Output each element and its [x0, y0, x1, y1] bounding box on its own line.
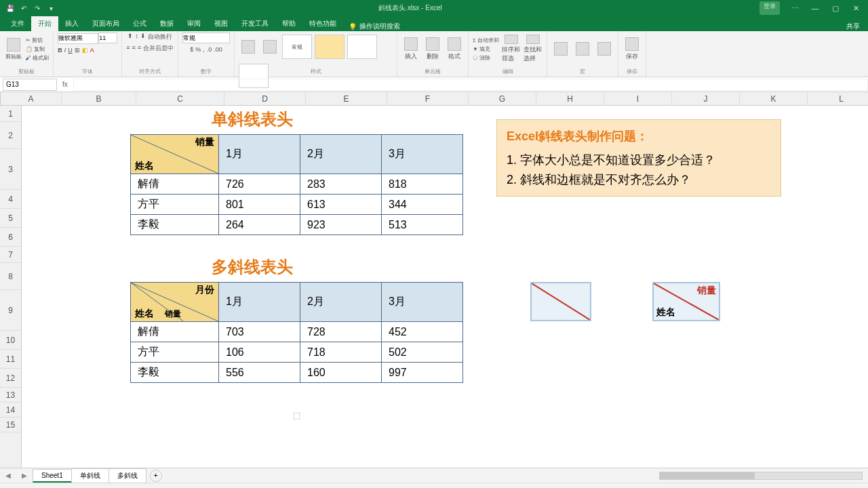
- align-left-icon[interactable]: ≡: [126, 44, 130, 53]
- cell-style-normal[interactable]: 常规: [282, 35, 312, 59]
- redo-icon[interactable]: ↷: [33, 3, 42, 13]
- row-header-15[interactable]: 15: [0, 418, 21, 432]
- bold-icon[interactable]: B: [58, 47, 62, 54]
- share-button[interactable]: 共享: [846, 22, 868, 31]
- cell-style-3[interactable]: [347, 35, 377, 59]
- screenshot-button[interactable]: [573, 35, 592, 63]
- wrap-text-button[interactable]: 自动换行: [148, 33, 172, 41]
- maximize-icon[interactable]: ▢: [826, 1, 845, 15]
- tab-help[interactable]: 帮助: [275, 16, 302, 31]
- fill-color-icon[interactable]: ◧: [82, 47, 88, 54]
- format-cells-button[interactable]: 格式: [445, 35, 464, 63]
- cond-format-button[interactable]: [239, 33, 258, 61]
- formula-bar[interactable]: [73, 79, 868, 91]
- shape-diagonal-empty[interactable]: [530, 282, 591, 321]
- sheet-nav-next-icon[interactable]: ▶: [16, 472, 33, 479]
- col-header-A[interactable]: A: [1, 92, 62, 105]
- row-header-13[interactable]: 13: [0, 388, 21, 403]
- name-cell[interactable]: 李毅: [131, 215, 219, 235]
- align-top-icon[interactable]: ⬆: [127, 33, 133, 41]
- font-name-input[interactable]: [58, 33, 98, 44]
- paste-button[interactable]: 剪贴板: [4, 35, 23, 63]
- col-header-K[interactable]: K: [740, 92, 808, 105]
- format-table-button[interactable]: [260, 33, 279, 61]
- col-header-F[interactable]: F: [387, 92, 469, 105]
- new-sheet-button[interactable]: +: [150, 470, 162, 482]
- sheet-tab-2[interactable]: 单斜线: [71, 468, 109, 483]
- row-header-11[interactable]: 11: [0, 350, 21, 369]
- tab-data[interactable]: 数据: [153, 16, 180, 31]
- tab-insert[interactable]: 插入: [58, 16, 85, 31]
- col-header-G[interactable]: G: [469, 92, 536, 105]
- tab-layout[interactable]: 页面布局: [85, 16, 126, 31]
- save-button[interactable]: 保存: [623, 35, 642, 63]
- row-header-12[interactable]: 12: [0, 369, 21, 388]
- col-header-B[interactable]: B: [62, 92, 136, 105]
- save-icon[interactable]: 💾: [5, 3, 15, 13]
- sort-filter-button[interactable]: 排序和筛选: [502, 35, 521, 63]
- col-header-m1[interactable]: 1月: [219, 135, 300, 174]
- undo-icon[interactable]: ↶: [19, 3, 28, 13]
- row-header-6[interactable]: 6: [0, 228, 21, 247]
- row-header-10[interactable]: 10: [0, 331, 21, 350]
- row-header-7[interactable]: 7: [0, 247, 21, 263]
- tab-developer[interactable]: 开发工具: [235, 16, 275, 31]
- col-header-I[interactable]: I: [604, 92, 672, 105]
- border-icon[interactable]: ⊞: [75, 47, 80, 54]
- col-header-E[interactable]: E: [306, 92, 387, 105]
- sheet-tab-3[interactable]: 多斜线: [108, 468, 146, 483]
- increase-decimal-icon[interactable]: .0: [207, 46, 212, 53]
- decrease-decimal-icon[interactable]: .00: [214, 46, 222, 53]
- insert-cells-button[interactable]: 插入: [401, 35, 420, 63]
- qat-dropdown-icon[interactable]: ▾: [46, 3, 56, 13]
- tab-review[interactable]: 审阅: [180, 16, 208, 31]
- row-header-14[interactable]: 14: [0, 403, 21, 418]
- delete-cells-button[interactable]: 删除: [423, 35, 442, 63]
- merge-button[interactable]: 合并后居中: [143, 44, 174, 53]
- col-header-C[interactable]: C: [136, 92, 224, 105]
- format-painter-icon[interactable]: 🖌 格式刷: [26, 54, 49, 62]
- shape-diagonal-labeled[interactable]: 销量 姓名: [652, 282, 720, 321]
- font-size-input[interactable]: [98, 33, 117, 43]
- cells-area[interactable]: 单斜线表头 销量 姓名 1月 2月 3月 解倩726283818 方平80161…: [22, 106, 868, 468]
- col-header-H[interactable]: H: [536, 92, 604, 105]
- autosum-button[interactable]: Σ 自动求和: [473, 37, 499, 44]
- row-header-2[interactable]: 2: [0, 122, 21, 149]
- diagonal-header-cell-2[interactable]: 月份 销量 姓名: [131, 283, 219, 322]
- tab-addin[interactable]: 特色功能: [302, 16, 343, 31]
- align-right-icon[interactable]: ≡: [138, 44, 141, 53]
- close-icon[interactable]: ✕: [846, 1, 865, 15]
- font-color-icon[interactable]: A: [90, 47, 94, 54]
- horizontal-scrollbar[interactable]: [659, 472, 863, 480]
- col-header-L[interactable]: L: [808, 92, 868, 105]
- row-header-3[interactable]: 3: [0, 149, 21, 190]
- row-header-9[interactable]: 9: [0, 290, 21, 331]
- name-cell[interactable]: 解倩: [131, 174, 219, 195]
- camera-button[interactable]: [595, 35, 614, 63]
- col-header-J[interactable]: J: [672, 92, 740, 105]
- sheet-nav-prev-icon[interactable]: ◀: [0, 472, 16, 479]
- tell-me[interactable]: 💡 操作说明搜索: [349, 22, 400, 31]
- cell-style-accent[interactable]: [315, 35, 344, 59]
- copy-icon[interactable]: 📋 复制: [26, 45, 49, 53]
- align-bottom-icon[interactable]: ⬇: [140, 33, 146, 41]
- record-macro-button[interactable]: [551, 35, 570, 63]
- currency-icon[interactable]: $: [190, 46, 193, 53]
- row-header-4[interactable]: 4: [0, 190, 21, 209]
- percent-icon[interactable]: %: [195, 46, 201, 53]
- col-header-D[interactable]: D: [224, 92, 306, 105]
- row-header-8[interactable]: 8: [0, 263, 21, 290]
- sheet-tab-1[interactable]: Sheet1: [33, 469, 72, 483]
- tab-file[interactable]: 文件: [4, 16, 31, 31]
- diagonal-header-cell-1[interactable]: 销量 姓名: [131, 135, 219, 174]
- col-header-m2[interactable]: 2月: [300, 135, 382, 174]
- number-format-select[interactable]: [182, 33, 230, 43]
- tab-formulas[interactable]: 公式: [126, 16, 153, 31]
- align-center-icon[interactable]: ≡: [132, 44, 136, 53]
- find-select-button[interactable]: 查找和选择: [524, 35, 542, 63]
- name-cell[interactable]: 方平: [131, 195, 219, 215]
- clear-button[interactable]: ◇ 清除: [473, 54, 499, 62]
- comma-icon[interactable]: ,: [203, 46, 205, 53]
- underline-icon[interactable]: U: [68, 47, 73, 54]
- row-header-1[interactable]: 1: [0, 106, 21, 122]
